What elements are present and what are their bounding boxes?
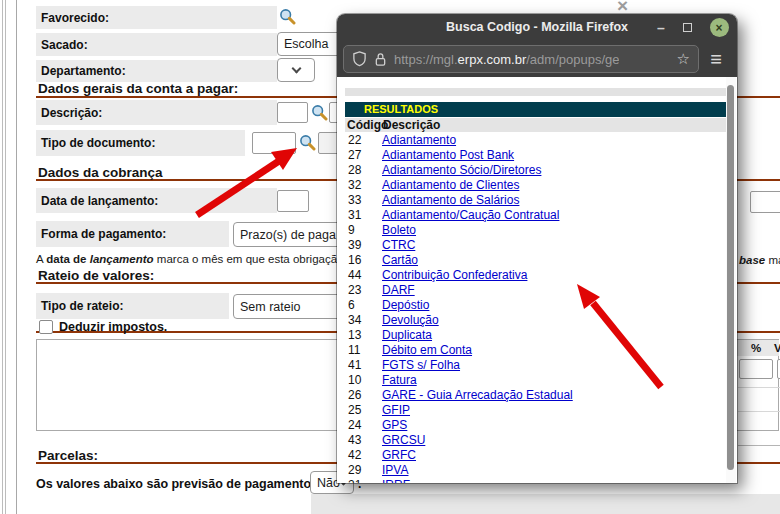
close-icon: × bbox=[710, 18, 729, 37]
code-column-header: Código bbox=[345, 118, 383, 132]
deduzir-label: Deduzir impostos. bbox=[59, 320, 167, 334]
result-row: 23 DARF bbox=[345, 283, 726, 298]
result-code: 21 bbox=[345, 478, 382, 483]
result-row: 6 Depóstio bbox=[345, 298, 726, 313]
result-code: 26 bbox=[345, 388, 382, 403]
result-description-link[interactable]: Adiantamento/Caução Contratual bbox=[382, 208, 559, 223]
result-code: 16 bbox=[345, 253, 382, 268]
help-text: A data de lançamento marca o mês em que … bbox=[36, 253, 381, 265]
result-description-link[interactable]: GARE - Guia Arrecadação Estadual bbox=[382, 388, 573, 403]
result-description-link[interactable]: Cartão bbox=[382, 253, 418, 268]
rateio-percent-input[interactable] bbox=[739, 359, 773, 379]
result-description-link[interactable]: GFIP bbox=[382, 403, 410, 418]
result-description-link[interactable]: Depóstio bbox=[382, 298, 429, 313]
result-code: 6 bbox=[345, 298, 382, 313]
descricao-row: Descrição: bbox=[36, 100, 277, 125]
result-code: 44 bbox=[345, 268, 382, 283]
help-text-right-fragment: base ma bbox=[739, 254, 780, 266]
result-description-link[interactable]: FGTS s/ Folha bbox=[382, 358, 460, 373]
result-row: 31 Adiantamento/Caução Contratual bbox=[345, 208, 726, 223]
result-description-link[interactable]: Adiantamento Post Bank bbox=[382, 148, 514, 163]
result-row: 32 Adiantamento de Clientes bbox=[345, 178, 726, 193]
bookmark-star-icon[interactable]: ☆ bbox=[677, 50, 690, 68]
result-code: 9 bbox=[345, 223, 382, 238]
result-code: 43 bbox=[345, 433, 382, 448]
result-code: 28 bbox=[345, 163, 382, 178]
sacado-select-value: Escolha bbox=[284, 37, 328, 51]
result-description-link[interactable]: IRRF bbox=[382, 478, 410, 483]
frame-line bbox=[5, 0, 6, 514]
result-description-link[interactable]: Adiantamento bbox=[382, 133, 456, 148]
tipo-documento-label: Tipo de documento: bbox=[41, 136, 155, 150]
result-code: 13 bbox=[345, 328, 382, 343]
data-lancamento-row: Data de lançamento: bbox=[36, 188, 277, 213]
descricao-code-input[interactable] bbox=[277, 102, 308, 123]
result-description-link[interactable]: Devolução bbox=[382, 313, 439, 328]
result-description-link[interactable]: Fatura bbox=[382, 373, 417, 388]
frame-line bbox=[16, 0, 17, 514]
scrollbar-thumb[interactable] bbox=[727, 85, 734, 470]
result-row: 34 Devolução bbox=[345, 313, 726, 328]
url-bar[interactable]: https://mgl.erpx.com.br/adm/popups/ge ☆ bbox=[343, 45, 699, 73]
result-description-link[interactable]: GRFC bbox=[382, 448, 416, 463]
tipo-documento-code-input[interactable] bbox=[252, 132, 296, 154]
result-code: 10 bbox=[345, 373, 382, 388]
result-description-link[interactable]: Duplicata bbox=[382, 328, 432, 343]
result-code: 24 bbox=[345, 418, 382, 433]
result-description-link[interactable]: CTRC bbox=[382, 238, 415, 253]
favorecido-row: Favorecido: bbox=[36, 6, 277, 29]
search-icon[interactable] bbox=[299, 134, 316, 151]
result-row: 13 Duplicata bbox=[345, 328, 726, 343]
restore-button[interactable] bbox=[679, 14, 695, 41]
rateio-row-line bbox=[738, 387, 780, 388]
favorecido-label: Favorecido: bbox=[41, 11, 109, 25]
chevron-down-icon bbox=[291, 63, 301, 73]
sacado-label: Sacado: bbox=[41, 38, 88, 52]
shield-icon[interactable] bbox=[352, 51, 367, 67]
popup-titlebar[interactable]: Busca Codigo - Mozilla Firefox – × bbox=[337, 14, 737, 41]
result-description-link[interactable]: Adiantamento de Salários bbox=[382, 193, 519, 208]
result-description-link[interactable]: Boleto bbox=[382, 223, 416, 238]
deduzir-checkbox[interactable] bbox=[39, 320, 53, 334]
minimize-button[interactable]: – bbox=[653, 14, 669, 41]
result-description-link[interactable]: IPVA bbox=[382, 463, 408, 478]
results-header-bar: RESULTADOS bbox=[345, 102, 726, 117]
url-text: https://mgl.erpx.com.br/adm/popups/ge bbox=[394, 52, 619, 67]
result-row: 43 GRCSU bbox=[345, 433, 726, 448]
close-button[interactable]: × bbox=[709, 14, 729, 41]
result-code: 27 bbox=[345, 148, 382, 163]
result-code: 32 bbox=[345, 178, 382, 193]
result-description-link[interactable]: Contribuição Confederativa bbox=[382, 268, 527, 283]
result-description-link[interactable]: Débito em Conta bbox=[382, 343, 472, 358]
result-description-link[interactable]: GRCSU bbox=[382, 433, 425, 448]
tipo-rateio-value: Sem rateio bbox=[240, 300, 300, 314]
search-form-strip bbox=[345, 88, 726, 96]
result-code: 39 bbox=[345, 238, 382, 253]
result-code: 25 bbox=[345, 403, 382, 418]
hamburger-menu-icon[interactable]: ≡ bbox=[703, 47, 729, 71]
result-description-link[interactable]: Adiantamento Sócio/Diretores bbox=[382, 163, 541, 178]
data-lancamento-input-right[interactable] bbox=[750, 191, 780, 213]
result-row: 26 GARE - Guia Arrecadação Estadual bbox=[345, 388, 726, 403]
result-row: 11 Débito em Conta bbox=[345, 343, 726, 358]
result-row: 29 IPVA bbox=[345, 463, 726, 478]
departamento-select[interactable] bbox=[277, 58, 315, 82]
lock-icon[interactable] bbox=[374, 52, 387, 67]
result-code: 29 bbox=[345, 463, 382, 478]
result-description-link[interactable]: GPS bbox=[382, 418, 407, 433]
result-description-link[interactable]: DARF bbox=[382, 283, 415, 298]
result-row: 16 Cartão bbox=[345, 253, 726, 268]
result-code: 11 bbox=[345, 343, 382, 358]
description-column-header: Descrição bbox=[383, 118, 440, 132]
data-lancamento-input[interactable] bbox=[277, 190, 309, 212]
result-code: 41 bbox=[345, 358, 382, 373]
popup-window-title: Busca Codigo - Mozilla Firefox bbox=[337, 14, 737, 41]
result-code: 23 bbox=[345, 283, 382, 298]
results-column-header: Código Descrição bbox=[345, 118, 726, 132]
result-description-link[interactable]: Adiantamento de Clientes bbox=[382, 178, 519, 193]
result-row: 41 FGTS s/ Folha bbox=[345, 358, 726, 373]
search-icon[interactable] bbox=[311, 104, 328, 121]
rateio-bottom-line bbox=[738, 445, 780, 446]
result-code: 42 bbox=[345, 448, 382, 463]
search-icon[interactable] bbox=[279, 8, 296, 25]
